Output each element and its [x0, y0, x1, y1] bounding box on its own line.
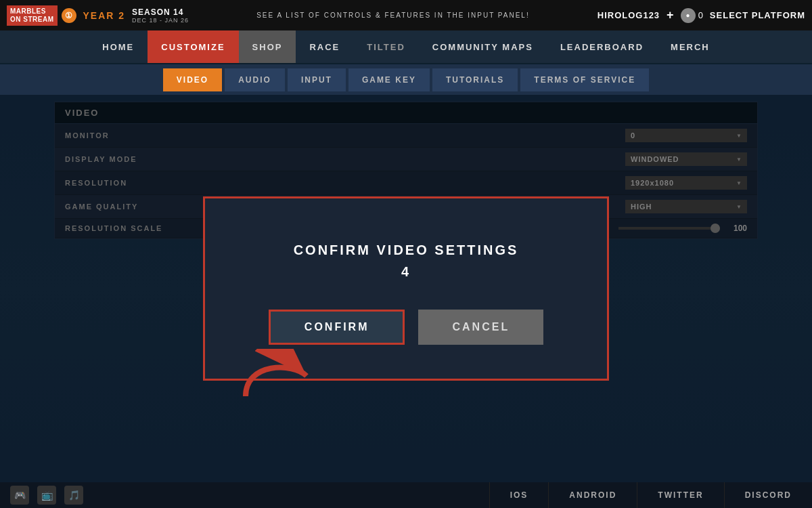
nav-race[interactable]: RACE — [296, 30, 353, 63]
top-bar: MARBLESON STREAM ① YEAR 2 SEASON 14 DEC … — [0, 0, 812, 30]
tab-audio[interactable]: AUDIO — [225, 68, 285, 91]
footer-left: 🎮 📺 🎵 — [0, 486, 489, 505]
logo-text: MARBLESON STREAM — [7, 5, 58, 26]
content-area: VIDEO MONITOR 0 DISPLAY MODE WINDOWED FU… — [0, 95, 812, 482]
tab-input[interactable]: INPUT — [288, 68, 346, 91]
select-platform-button[interactable]: SELECT PLATFORM — [710, 10, 805, 20]
modal-title-line2: 4 — [401, 264, 411, 279]
tab-video[interactable]: VIDEO — [163, 68, 222, 91]
footer-twitter[interactable]: TWITTER — [637, 482, 723, 508]
season-dates: DEC 18 - JAN 26 — [132, 17, 189, 24]
cancel-button[interactable]: CANCEL — [418, 310, 543, 345]
confirm-modal: CONFIRM VIDEO SETTINGS 4 CONFIRM CANCEL — [203, 196, 609, 381]
modal-buttons: CONFIRM CANCEL — [269, 310, 543, 345]
footer-right: IOS ANDROID TWITTER DISCORD — [489, 482, 812, 508]
nav-tilted[interactable]: TILTED — [353, 30, 419, 63]
footer-icon-1: 🎮 — [10, 486, 29, 505]
top-username: HIROLOG123 — [597, 10, 660, 20]
top-announcement: SEE A LIST OF CONTROLS & FEATURES IN THE… — [196, 12, 591, 19]
nav-home[interactable]: HOME — [89, 30, 148, 63]
nav-merch[interactable]: MERCH — [657, 30, 723, 63]
nav-leaderboard[interactable]: LEADERBOARD — [547, 30, 657, 63]
logo-icon: ① — [62, 8, 76, 23]
footer: 🎮 📺 🎵 IOS ANDROID TWITTER DISCORD — [0, 482, 812, 508]
main-nav: HOME CUSTOMIZE SHOP RACE TILTED COMMUNIT… — [0, 30, 812, 64]
tab-tutorials[interactable]: TUTORIALS — [432, 68, 518, 91]
modal-title-line1: CONFIRM VIDEO SETTINGS — [294, 242, 519, 257]
top-coins: ● 0 — [681, 8, 703, 23]
nav-customize[interactable]: CUSTOMIZE — [148, 30, 238, 63]
coin-icon: ● — [681, 8, 696, 23]
confirm-button[interactable]: CONFIRM — [269, 310, 405, 345]
settings-tabs: VIDEO AUDIO INPUT GAME KEY TUTORIALS TER… — [0, 64, 812, 95]
top-plus[interactable]: + — [667, 8, 674, 22]
year-badge: YEAR 2 — [83, 10, 126, 21]
nav-shop[interactable]: SHOP — [239, 30, 296, 63]
footer-android[interactable]: ANDROID — [548, 482, 637, 508]
footer-icon-3: 🎵 — [64, 486, 83, 505]
season-label: SEASON 14 — [132, 7, 189, 17]
footer-icon-2: 📺 — [37, 486, 56, 505]
footer-ios[interactable]: IOS — [489, 482, 549, 508]
modal-overlay: CONFIRM VIDEO SETTINGS 4 CONFIRM CANCEL — [0, 95, 812, 482]
arrow-icon — [239, 349, 320, 403]
footer-discord[interactable]: DISCORD — [724, 482, 812, 508]
nav-community-maps[interactable]: COMMUNITY MAPS — [419, 30, 547, 63]
arrow-indicator — [239, 349, 320, 406]
tab-game-key[interactable]: GAME KEY — [348, 68, 430, 91]
coins-value: 0 — [698, 10, 703, 20]
season-info: SEASON 14 DEC 18 - JAN 26 — [132, 7, 189, 24]
tab-terms[interactable]: TERMS OF SERVICE — [520, 68, 649, 91]
logo-area: MARBLESON STREAM ① — [7, 5, 76, 26]
modal-title: CONFIRM VIDEO SETTINGS 4 — [294, 239, 519, 282]
